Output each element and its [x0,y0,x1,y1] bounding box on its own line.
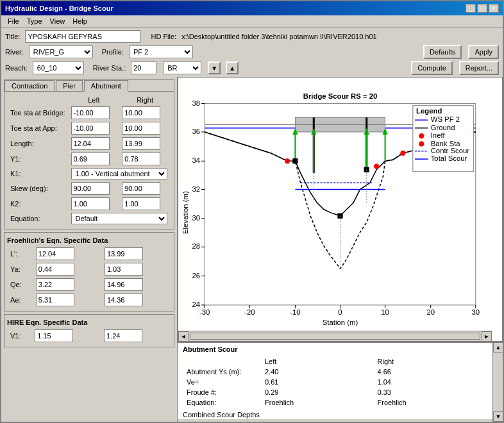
row-label-1: Toe sta at App: [10,124,57,132]
defaults-button[interactable]: Defaults [423,45,462,59]
row-label-2: Length: [10,140,34,147]
profile-select[interactable]: PF 2 [129,46,193,58]
svg-text:WS PF 2: WS PF 2 [431,115,460,123]
froh-l-right[interactable] [105,247,143,260]
svg-text:34: 34 [192,156,200,164]
reach-select[interactable]: 60_10 [33,62,84,74]
hire-v1-left[interactable] [35,329,73,342]
abutment-scour-title: Abutment Scour [183,345,487,353]
skew-left[interactable] [71,182,110,195]
main-content: Contraction Pier Abutment Left Right [1,77,503,422]
froh-qe-right[interactable] [105,278,143,291]
right-panel: Bridge Scour RS = 20 Elevation (m) Stati… [178,77,503,422]
svg-text:Ground: Ground [431,124,455,131]
skew-right[interactable] [122,182,160,195]
k1-select[interactable]: 1.00 - Vertical abutment [71,168,167,179]
table-header: Left Right [184,357,486,366]
abt-row-1-right: 1.04 [378,378,391,386]
svg-point-41 [419,141,424,146]
close-button[interactable]: ✕ [489,4,499,13]
report-button[interactable]: Report... [459,61,499,75]
svg-point-39 [419,133,424,138]
compute-button[interactable]: Compute [411,61,453,75]
froh-ae-left[interactable] [36,294,74,306]
h-scroll-thumb[interactable] [190,333,480,340]
hire-v1-label: V1: [10,332,21,340]
menu-help[interactable]: Help [69,17,91,26]
svg-text:Bank Sta: Bank Sta [431,140,461,147]
tab-pier[interactable]: Pier [56,80,83,91]
froh-ya-right[interactable] [105,263,143,276]
k2-left[interactable] [71,197,110,210]
profile-label: Profile: [102,48,124,56]
red-dot-1 [285,158,290,163]
table-row: Ve= 0.61 1.04 [184,377,486,386]
abt-row-2-right: 0.33 [378,388,391,396]
svg-text:26: 26 [192,272,200,279]
k2-right[interactable] [122,197,160,210]
y1-right[interactable] [122,153,160,165]
window-title: Hydraulic Design - Bridge Scour [5,4,113,12]
chart-container: Bridge Scour RS = 20 Elevation (m) Stati… [178,77,503,342]
table-row: K2: [8,197,170,211]
svg-text:32: 32 [192,185,200,193]
river-sta-suffix-select[interactable]: BR [163,62,201,74]
length-right[interactable] [122,137,160,150]
froh-ae-right[interactable] [105,294,143,306]
svg-text:30: 30 [471,308,480,316]
scroll-up-bottom-button[interactable]: ▲ [493,342,503,352]
river-sta-input[interactable] [131,62,156,74]
row-label-3: Y1: [10,155,21,163]
toe-app-right[interactable] [122,122,160,135]
reach-label: Reach: [5,64,28,72]
abutment-data: Left Right Toe sta at Bridge: Toe sta at… [4,92,174,229]
table-row: Froude #: 0.29 0.33 [184,388,486,397]
hire-section: HIRE Eqn. Specific Data V1: [4,314,174,347]
froh-ya-left[interactable] [36,263,74,276]
froh-qe-left[interactable] [36,278,74,291]
row-label-6: K2: [10,200,21,208]
length-left[interactable] [71,137,110,150]
svg-text:0: 0 [338,308,342,316]
river-select[interactable]: RIVER_G [29,46,93,58]
title-input[interactable] [25,30,140,43]
tab-contraction[interactable]: Contraction [4,80,55,91]
arrow-down-button[interactable]: ▼ [208,62,221,74]
tab-abutment[interactable]: Abutment [84,80,128,92]
maximize-button[interactable]: □ [477,4,487,13]
y1-left[interactable] [71,153,110,165]
froh-ya-label: Ya: [10,265,21,273]
scroll-down-bottom-button[interactable]: ▼ [493,411,503,422]
v-scroll-thumb-bottom [493,352,503,411]
main-window: Hydraulic Design - Bridge Scour _ □ ✕ Fi… [0,0,504,423]
red-dot-2 [374,163,379,169]
scroll-left-button[interactable]: ◄ [178,331,189,342]
svg-text:Legend: Legend [416,107,442,115]
menu-bar: File Type View Help [1,15,503,28]
arrow-up-button[interactable]: ▲ [226,62,239,74]
abt-row-3-right: Froehlich [378,399,407,406]
toe-bridge-left[interactable] [71,106,110,119]
froh-l-left[interactable] [36,247,74,260]
hire-v1-right[interactable] [104,329,142,342]
minimize-button[interactable]: _ [466,4,476,13]
table-row: K1: 1.00 - Vertical abutment [8,167,170,180]
menu-view[interactable]: View [46,17,69,26]
toe-app-left[interactable] [71,122,110,135]
toe-bridge-right[interactable] [122,106,160,119]
abt-col-left: Left [265,358,276,365]
apply-button[interactable]: Apply [468,45,499,59]
chart-svg: Bridge Scour RS = 20 Elevation (m) Stati… [178,78,502,341]
menu-type[interactable]: Type [23,17,46,26]
title-label: Title: [5,33,20,40]
abt-row-1-left: 0.61 [265,378,278,386]
equation-select[interactable]: Default [71,213,167,224]
h-scrollbar: ◄ ► [178,331,492,341]
menu-file[interactable]: File [4,17,23,26]
scroll-right-button[interactable]: ► [482,331,492,342]
abt-row-2-left: 0.29 [265,388,278,396]
svg-text:38: 38 [192,99,200,107]
froh-l-label: L': [10,250,17,258]
v-scrollbar-bottom: ▲ ▼ [492,342,503,422]
row-label-0: Toe sta at Bridge: [10,109,65,117]
